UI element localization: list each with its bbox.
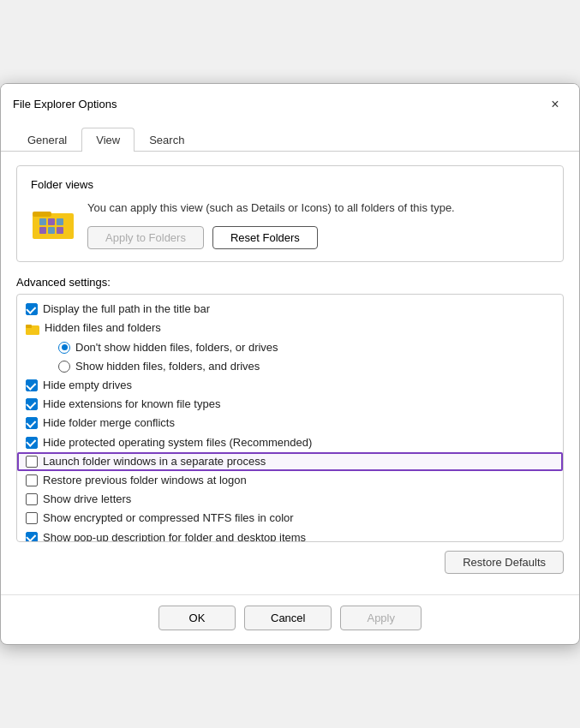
content-area: Folder views [1, 152, 579, 588]
checkbox-hide-protected[interactable] [26, 437, 38, 449]
setting-show-hidden-label: Show hidden files, folders, and drives [75, 359, 260, 374]
setting-dont-show-hidden[interactable]: Don't show hidden files, folders, or dri… [17, 338, 563, 357]
setting-hide-extensions-label: Hide extensions for known file types [43, 397, 220, 412]
checkbox-hide-extensions[interactable] [26, 398, 38, 410]
advanced-settings-label: Advanced settings: [16, 276, 564, 289]
folder-views-right: You can apply this view (such as Details… [87, 200, 455, 250]
setting-full-path[interactable]: Display the full path in the title bar [17, 300, 563, 319]
radio-dont-show-hidden[interactable] [58, 342, 70, 354]
setting-show-encrypted[interactable]: Show encrypted or compressed NTFS files … [17, 509, 563, 528]
setting-hide-empty-drives-label: Hide empty drives [43, 378, 132, 393]
settings-list-container[interactable]: Display the full path in the title bar H… [16, 294, 564, 542]
folder-views-label: Folder views [31, 178, 549, 191]
checkbox-restore-prev-windows[interactable] [26, 474, 38, 486]
svg-rect-0 [33, 213, 74, 239]
svg-rect-4 [57, 218, 63, 225]
tab-search[interactable]: Search [135, 128, 199, 152]
folder-icon [31, 200, 75, 244]
svg-rect-9 [26, 325, 32, 328]
folder-views-buttons: Apply to Folders Reset Folders [87, 226, 455, 249]
setting-hide-extensions[interactable]: Hide extensions for known file types [17, 395, 563, 414]
radio-show-hidden[interactable] [58, 361, 70, 373]
setting-show-encrypted-label: Show encrypted or compressed NTFS files … [43, 510, 294, 526]
checkbox-hide-empty-drives[interactable] [26, 379, 38, 391]
svg-rect-3 [48, 218, 55, 225]
setting-hide-protected[interactable]: Hide protected operating system files (R… [17, 433, 563, 452]
checkbox-show-drive-letters[interactable] [26, 493, 38, 505]
setting-hide-empty-drives[interactable]: Hide empty drives [17, 376, 563, 395]
setting-show-drive-letters[interactable]: Show drive letters [17, 490, 563, 509]
ok-button[interactable]: OK [158, 606, 236, 630]
svg-rect-5 [39, 227, 46, 234]
setting-hide-folder-merge[interactable]: Hide folder merge conflicts [17, 414, 563, 433]
svg-rect-1 [33, 212, 51, 217]
setting-hide-folder-merge-label: Hide folder merge conflicts [43, 415, 175, 431]
settings-list: Display the full path in the title bar H… [17, 295, 563, 542]
checkbox-hide-folder-merge[interactable] [26, 417, 38, 429]
hidden-files-group-label: Hidden files and folders [45, 320, 161, 336]
setting-dont-show-hidden-label: Don't show hidden files, folders, or dri… [75, 340, 278, 355]
checkbox-show-encrypted[interactable] [26, 512, 38, 524]
svg-rect-7 [57, 227, 63, 234]
svg-rect-2 [39, 218, 46, 225]
dialog-title: File Explorer Options [13, 98, 117, 110]
setting-restore-prev-windows-label: Restore previous folder windows at logon [43, 473, 247, 488]
apply-to-folders-button[interactable]: Apply to Folders [87, 226, 204, 249]
tabs-container: General View Search [1, 122, 579, 152]
apply-button[interactable]: Apply [340, 606, 422, 630]
cancel-button[interactable]: Cancel [244, 606, 332, 630]
restore-defaults-button[interactable]: Restore Defaults [445, 551, 564, 574]
dialog-footer: OK Cancel Apply [1, 594, 579, 644]
tab-view[interactable]: View [81, 128, 135, 152]
setting-hidden-files-group: Hidden files and folders [17, 319, 563, 337]
setting-launch-separate[interactable]: Launch folder windows in a separate proc… [17, 452, 563, 471]
restore-defaults-row: Restore Defaults [16, 551, 564, 574]
folder-views-inner: You can apply this view (such as Details… [31, 200, 549, 250]
setting-show-drive-letters-label: Show drive letters [43, 492, 131, 507]
setting-hide-protected-label: Hide protected operating system files (R… [43, 435, 312, 451]
folder-views-section: Folder views [16, 165, 564, 263]
setting-show-popup[interactable]: Show pop-up description for folder and d… [17, 528, 563, 543]
folder-group-icon [26, 322, 39, 336]
svg-rect-6 [48, 227, 55, 234]
folder-views-description: You can apply this view (such as Details… [87, 200, 455, 217]
checkbox-full-path[interactable] [26, 303, 38, 315]
tab-general[interactable]: General [13, 128, 81, 152]
file-explorer-options-dialog: File Explorer Options × General View Sea… [0, 83, 580, 646]
setting-launch-separate-label: Launch folder windows in a separate proc… [43, 454, 266, 469]
setting-show-popup-label: Show pop-up description for folder and d… [43, 530, 306, 543]
checkbox-show-popup[interactable] [26, 532, 38, 543]
setting-full-path-label: Display the full path in the title bar [43, 301, 210, 317]
close-button[interactable]: × [543, 92, 567, 116]
setting-restore-prev-windows[interactable]: Restore previous folder windows at logon [17, 471, 563, 490]
reset-folders-button[interactable]: Reset Folders [212, 226, 318, 249]
setting-show-hidden[interactable]: Show hidden files, folders, and drives [17, 357, 563, 376]
title-bar: File Explorer Options × [1, 84, 579, 116]
checkbox-launch-separate[interactable] [26, 456, 38, 468]
